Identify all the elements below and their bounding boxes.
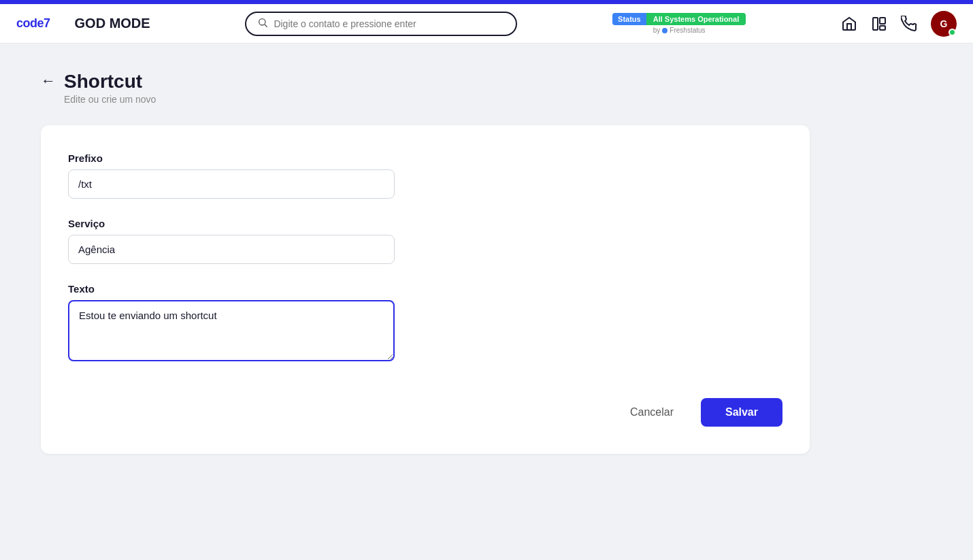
svg-rect-3: [880, 18, 885, 24]
servico-input[interactable]: [68, 235, 395, 264]
status-widget: Status All Systems Operational by Freshs…: [612, 13, 746, 34]
app-title: GOD MODE: [75, 16, 150, 31]
header-icons: G: [841, 11, 957, 37]
home-icon[interactable]: [841, 16, 857, 32]
search-icon: [257, 17, 268, 31]
back-arrow[interactable]: ←: [41, 72, 56, 90]
save-button[interactable]: Salvar: [701, 398, 782, 427]
prefixo-input[interactable]: [68, 169, 395, 199]
prefixo-group: Prefixo: [68, 152, 782, 199]
avatar-online-indicator: [949, 29, 956, 36]
avatar-wrapper[interactable]: G: [931, 11, 957, 37]
prefixo-label: Prefixo: [68, 152, 782, 164]
search-bar[interactable]: [245, 12, 517, 36]
svg-point-0: [259, 18, 265, 24]
texto-label: Texto: [68, 283, 782, 295]
svg-line-1: [265, 24, 267, 27]
svg-rect-2: [873, 18, 878, 30]
top-bar: [0, 0, 973, 4]
cancel-button[interactable]: Cancelar: [616, 399, 687, 425]
logo: code7: [16, 16, 50, 31]
texto-textarea[interactable]: [68, 300, 395, 361]
page-title-block: Shortcut Edite ou crie um novo: [64, 71, 156, 105]
search-input[interactable]: [274, 18, 505, 29]
servico-label: Serviço: [68, 218, 782, 229]
layout-icon[interactable]: [871, 16, 887, 32]
status-badges: Status All Systems Operational: [612, 13, 746, 25]
page-title: Shortcut: [64, 71, 156, 93]
operational-label: All Systems Operational: [646, 13, 746, 25]
svg-rect-4: [880, 26, 885, 30]
form-card: Prefixo Serviço Texto Cancelar Salvar: [41, 125, 810, 454]
servico-group: Serviço: [68, 218, 782, 264]
phone-icon[interactable]: [901, 16, 917, 32]
freshstatus-dot: [662, 28, 667, 33]
texto-group: Texto: [68, 283, 782, 364]
freshstatus-label: by Freshstatus: [653, 27, 706, 34]
page-header: ← Shortcut Edite ou crie um novo: [41, 71, 932, 105]
page-subtitle: Edite ou crie um novo: [64, 94, 156, 105]
form-actions: Cancelar Salvar: [68, 384, 782, 427]
main-content: ← Shortcut Edite ou crie um novo Prefixo…: [0, 44, 973, 481]
status-label: Status: [612, 13, 646, 25]
